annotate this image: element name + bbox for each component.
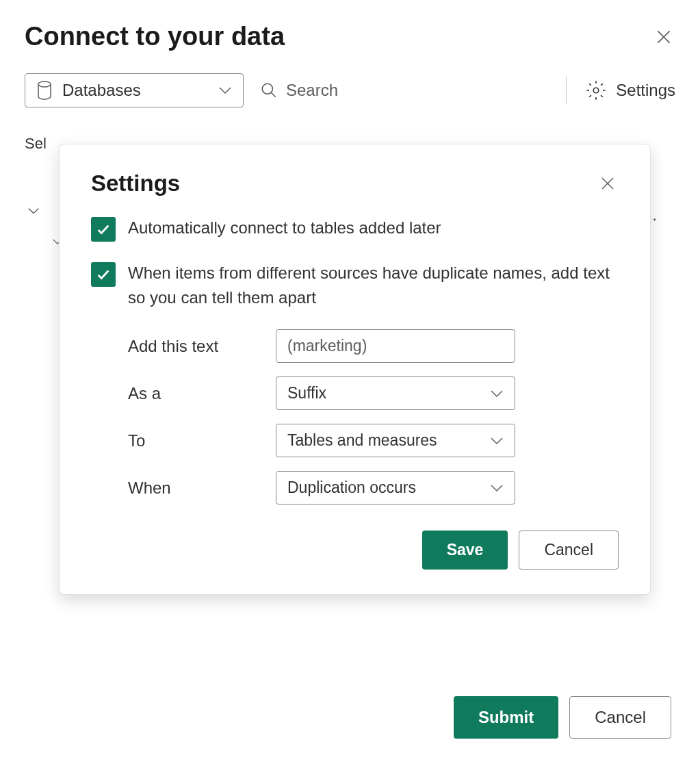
when-select[interactable]: Duplication occurs	[276, 471, 515, 505]
search-icon	[260, 81, 278, 99]
database-icon	[36, 81, 53, 100]
search-placeholder: Search	[286, 81, 338, 100]
settings-modal: Settings Automatically connect to tables…	[59, 144, 651, 595]
submit-button[interactable]: Submit	[454, 696, 558, 739]
chevron-down-icon	[490, 484, 504, 492]
when-value: Duplication occurs	[287, 478, 416, 497]
to-value: Tables and measures	[287, 431, 437, 450]
add-text-label: Add this text	[128, 337, 276, 356]
svg-point-2	[38, 81, 51, 87]
save-button[interactable]: Save	[422, 531, 508, 570]
tree-expand-chevron[interactable]	[27, 205, 40, 218]
source-dropdown[interactable]: Databases	[25, 73, 244, 107]
main-cancel-button[interactable]: Cancel	[569, 696, 671, 739]
add-text-input[interactable]	[276, 329, 515, 363]
close-icon	[599, 175, 616, 192]
when-label: When	[128, 478, 276, 498]
modal-close-button[interactable]	[597, 173, 619, 194]
page-title: Connect to your data	[25, 22, 285, 51]
as-a-value: Suffix	[287, 384, 326, 403]
checkmark-icon	[96, 267, 111, 282]
gear-icon	[586, 80, 606, 101]
settings-label: Settings	[616, 81, 675, 100]
to-label: To	[128, 431, 276, 450]
modal-title: Settings	[91, 170, 180, 196]
as-a-label: As a	[128, 384, 276, 403]
as-a-select[interactable]: Suffix	[276, 376, 515, 410]
chevron-down-icon	[218, 86, 232, 94]
svg-line-4	[271, 92, 276, 97]
chevron-down-icon	[27, 207, 40, 215]
auto-connect-label: Automatically connect to tables added la…	[128, 216, 441, 240]
svg-point-5	[594, 88, 599, 93]
svg-point-3	[262, 84, 272, 94]
divider	[566, 77, 567, 104]
source-dropdown-label: Databases	[62, 81, 141, 100]
duplicate-names-checkbox[interactable]	[91, 262, 116, 287]
close-icon	[655, 28, 673, 46]
chevron-down-icon	[490, 437, 504, 445]
search-input[interactable]: Search	[257, 81, 547, 100]
settings-button[interactable]: Settings	[586, 80, 675, 101]
to-select[interactable]: Tables and measures	[276, 424, 515, 457]
duplicate-names-label: When items from different sources have d…	[128, 261, 619, 310]
close-button[interactable]	[652, 25, 675, 49]
auto-connect-checkbox[interactable]	[91, 217, 116, 242]
chevron-down-icon	[490, 390, 504, 398]
checkmark-icon	[96, 222, 111, 237]
cancel-button[interactable]: Cancel	[519, 531, 619, 570]
